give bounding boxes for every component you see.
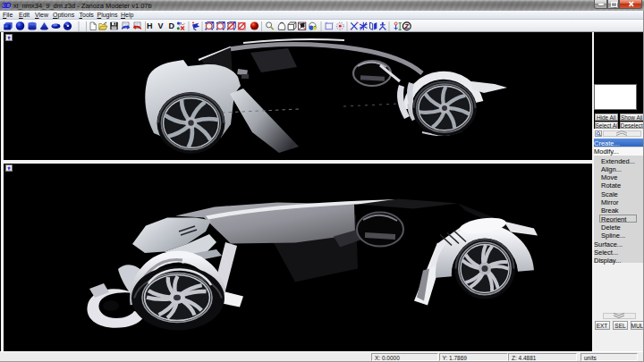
svg-text:D: D: [169, 21, 175, 30]
svg-text:V: V: [158, 21, 164, 30]
svg-text:H: H: [147, 21, 153, 30]
